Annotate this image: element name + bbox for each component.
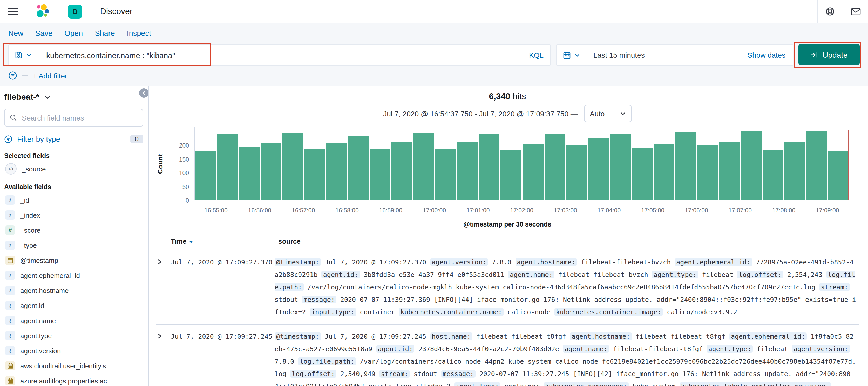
field-item[interactable]: #_score (4, 225, 143, 236)
field-key-badge: log.offset: (290, 370, 336, 378)
x-axis-tick-label: 17:08:00 (772, 207, 796, 213)
histogram-bar[interactable] (675, 132, 696, 200)
toolbar-link-new[interactable]: New (8, 29, 23, 37)
available-fields-heading: Available fields (4, 183, 143, 191)
histogram-bar[interactable] (719, 142, 740, 200)
interval-value: Auto (590, 109, 605, 118)
histogram-bar[interactable] (479, 134, 500, 200)
field-name: agent.version (20, 347, 61, 355)
field-name: _type (20, 241, 37, 249)
update-button[interactable]: Update (799, 44, 860, 65)
time-column-header[interactable]: Time (171, 237, 275, 245)
field-item[interactable]: tagent.id (4, 300, 143, 311)
help-icon[interactable] (817, 0, 843, 23)
saved-query-menu-button[interactable] (9, 45, 38, 65)
row-time-value: Jul 7, 2020 @ 17:09:27.370 (171, 256, 275, 319)
time-range-value[interactable]: Last 15 minutes (587, 51, 645, 59)
histogram-bar[interactable] (763, 150, 783, 200)
field-item[interactable]: azure.auditlogs.properties.ac... (4, 375, 143, 386)
histogram-bar[interactable] (697, 145, 718, 200)
field-item[interactable]: tagent.type (4, 330, 143, 341)
histogram-bar[interactable] (370, 149, 391, 200)
histogram-bar[interactable] (260, 143, 281, 200)
field-item[interactable]: tagent.hostname (4, 285, 143, 296)
filter-by-type-button[interactable]: Filter by type 0 (4, 135, 143, 143)
field-item[interactable]: t_index (4, 209, 143, 221)
y-axis-tick-label: 50 (182, 184, 189, 190)
histogram-bar[interactable] (631, 148, 652, 200)
histogram-bar[interactable] (326, 143, 347, 200)
field-name: @timestamp (20, 257, 58, 264)
toolbar-link-save[interactable]: Save (35, 29, 53, 37)
field-item[interactable]: @timestamp (4, 255, 143, 266)
histogram-bar[interactable] (544, 134, 565, 200)
field-key-badge: input.type: (310, 308, 356, 316)
menu-icon[interactable] (8, 8, 18, 15)
field-key-badge: agent.version: (430, 258, 488, 266)
field-item[interactable]: tagent.ephemeral_id (4, 270, 143, 281)
histogram-bar[interactable] (217, 134, 238, 200)
expand-row-button[interactable] (156, 330, 171, 386)
mail-icon[interactable] (843, 0, 868, 23)
query-input[interactable]: kubernetes.container.name : "kibana" KQL (8, 44, 551, 66)
histogram-bar[interactable] (239, 147, 259, 200)
collapse-sidebar-button[interactable] (139, 88, 149, 98)
histogram-bar[interactable] (806, 131, 827, 200)
histogram-bar[interactable] (741, 131, 762, 200)
field-key-badge: agent.id: (321, 271, 360, 278)
field-item[interactable]: tagent.version (4, 345, 143, 356)
histogram-bar[interactable] (784, 142, 805, 200)
field-item[interactable]: </>_source (4, 163, 143, 175)
query-text[interactable]: kubernetes.container.name : "kibana" (38, 51, 522, 59)
field-item[interactable]: t_type (4, 239, 143, 251)
field-name: agent.type (20, 332, 52, 339)
histogram-bar[interactable] (282, 133, 303, 200)
field-search-box[interactable] (4, 109, 143, 127)
toolbar-link-share[interactable]: Share (95, 29, 115, 37)
x-axis-tick-label: 17:01:00 (466, 207, 490, 213)
field-key-badge: agent.type: (707, 345, 753, 353)
histogram-bar[interactable] (392, 142, 412, 200)
field-name: agent.hostname (20, 287, 68, 294)
histogram-bar[interactable] (610, 133, 630, 200)
expand-row-button[interactable] (156, 256, 171, 319)
page-title: Discover (100, 7, 132, 16)
fields-sidebar: filebeat-* Filter by type 0 Selected (0, 86, 149, 386)
elastic-logo-icon[interactable] (27, 4, 59, 19)
histogram-bar[interactable] (828, 151, 849, 200)
interval-select[interactable]: Auto (584, 105, 632, 122)
text-field-type-icon: t (5, 286, 15, 295)
histogram-bar[interactable] (523, 144, 543, 200)
field-key-badge: message: (441, 370, 475, 378)
field-item[interactable]: tagent.name (4, 315, 143, 326)
histogram-bar[interactable] (457, 142, 478, 200)
show-dates-button[interactable]: Show dates (748, 51, 793, 59)
x-axis-tick-label: 16:59:00 (379, 207, 402, 213)
date-quick-select-button[interactable] (557, 45, 587, 65)
discover-app-badge[interactable]: D (68, 4, 82, 19)
query-language-button[interactable]: KQL (522, 51, 550, 59)
histogram-bar[interactable] (304, 149, 325, 200)
toolbar-link-open[interactable]: Open (64, 29, 83, 37)
field-item[interactable]: aws.cloudtrail.user_identity.s... (4, 360, 143, 372)
add-filter-button[interactable]: + Add filter (33, 71, 67, 80)
histogram-bar[interactable] (501, 150, 522, 200)
histogram-bar[interactable] (588, 138, 609, 200)
search-field-names-input[interactable] (21, 113, 138, 122)
histogram-bar[interactable] (413, 133, 434, 200)
histogram-plot (194, 127, 849, 200)
field-item[interactable]: t_id (4, 194, 143, 206)
filter-icon[interactable] (8, 71, 17, 80)
histogram-bar[interactable] (195, 151, 216, 200)
x-axis-tick-label: 16:56:00 (248, 207, 272, 213)
toolbar-link-inspect[interactable]: Inspect (127, 29, 151, 37)
histogram-bar[interactable] (653, 144, 674, 200)
date-field-type-icon (5, 361, 15, 370)
save-query-icon (14, 51, 23, 59)
query-bar-row: kubernetes.container.name : "kibana" KQL… (0, 43, 868, 69)
histogram-bar[interactable] (435, 149, 456, 200)
histogram-bar[interactable] (348, 136, 369, 200)
histogram-bar[interactable] (566, 146, 587, 200)
index-pattern-selector[interactable]: filebeat-* (4, 92, 143, 102)
current-time-marker (848, 130, 849, 200)
